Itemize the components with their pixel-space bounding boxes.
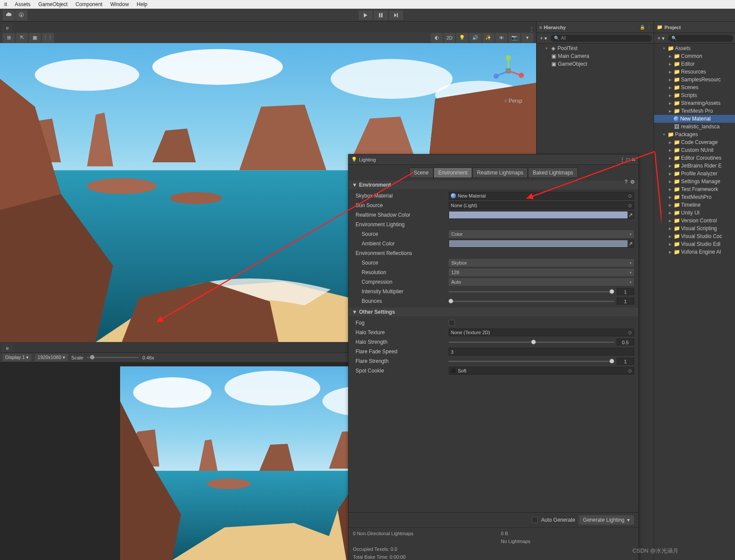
object-picker-icon[interactable]: ⊙ [628, 330, 632, 335]
hierarchy-search[interactable]: 🔍All [550, 35, 652, 42]
menu-component[interactable]: Component [73, 0, 105, 8]
snap-tool-icon[interactable]: ⋮⋮ [42, 33, 54, 43]
halo-texture-field[interactable]: None (Texture 2D)⊙ [449, 329, 634, 336]
skybox-material-field[interactable]: New Material⊙ [449, 192, 634, 200]
hidden-toggle-icon[interactable]: 👁 [495, 33, 507, 43]
fog-checkbox[interactable] [449, 320, 455, 326]
tab-environment[interactable]: Environment [433, 168, 472, 178]
folder-item[interactable]: ▶📁Editor [654, 60, 735, 68]
scale-slider[interactable] [87, 357, 139, 358]
game-tab[interactable]: e [2, 344, 13, 352]
ambient-color-field[interactable]: ↗ [449, 240, 634, 248]
close-icon[interactable]: ✕ [631, 157, 636, 163]
object-picker-icon[interactable]: ⊙ [628, 203, 632, 208]
lighting-header[interactable]: 💡 Lighting ⋮ □ ✕ [349, 154, 638, 165]
folder-item[interactable]: ▶📁Common [654, 52, 735, 60]
shading-mode-icon[interactable]: ◐ [431, 33, 443, 43]
resolution-dropdown[interactable]: 1920x1080 ▾ [35, 354, 68, 361]
panel-options-icon[interactable]: ⋮ [647, 25, 651, 30]
options-icon[interactable]: ⋮ [620, 157, 625, 163]
assets-folder[interactable]: ▼📁Assets [654, 44, 735, 52]
scene-root[interactable]: ▼◈PoolTest [537, 44, 654, 52]
folder-item[interactable]: ▶📁Custom NUnit [654, 146, 735, 154]
panel-lock-icon[interactable]: 🔒 [640, 25, 645, 30]
section-environment[interactable]: ▼ Environment [349, 181, 638, 189]
hierarchy-item[interactable]: ▣Main Camera [537, 52, 654, 60]
fx-toggle-icon[interactable]: ✨ [482, 33, 494, 43]
folder-item[interactable]: ▶📁Resources [654, 68, 735, 76]
er-source-dropdown[interactable]: Skybox [449, 259, 634, 267]
pause-button[interactable] [374, 10, 388, 20]
generate-lighting-button[interactable]: Generate Lighting▾ [579, 515, 634, 525]
auto-generate-checkbox[interactable] [532, 517, 538, 523]
gizmos-icon[interactable]: ▾ [521, 33, 534, 43]
folder-item[interactable]: ▶📁StreamingAssets [654, 99, 735, 107]
settings-icon[interactable] [15, 10, 27, 20]
pivot-tool[interactable]: ⊞ [3, 33, 15, 43]
folder-item[interactable]: ▶📁Settings Manage [654, 178, 735, 185]
project-search[interactable]: 🔍 [668, 35, 733, 42]
folder-item[interactable]: ▶📁TextMesh Pro [654, 107, 735, 115]
cloud-icon[interactable] [3, 10, 15, 20]
scene-options-icon[interactable]: ⋮ [527, 26, 536, 32]
menu-gameobject[interactable]: GameObject [36, 0, 70, 8]
flare-strength-slider[interactable]: 1 [449, 358, 634, 365]
spot-cookie-field[interactable]: Soft⊙ [449, 367, 634, 375]
tab-baked-lightmaps[interactable]: Baked Lightmaps [528, 168, 578, 178]
tab-scene[interactable]: Scene [409, 168, 433, 178]
step-button[interactable] [389, 10, 403, 20]
folder-item[interactable]: ▶📁Code Coverage [654, 138, 735, 146]
help-icon[interactable]: ? [624, 179, 628, 185]
folder-item[interactable]: ▶📁Editor Coroutines [654, 154, 735, 162]
menu-window[interactable]: Window [107, 0, 131, 8]
object-picker-icon[interactable]: ⊙ [628, 193, 632, 199]
handle-tool[interactable]: ⇱ [16, 33, 28, 43]
folder-item[interactable]: ▶📁Scenes [654, 84, 735, 91]
menu-edit[interactable]: it [2, 0, 10, 8]
grid-tool-icon[interactable]: ▦ [29, 33, 41, 43]
folder-item[interactable]: ▶📁Visual Studio Coc [654, 232, 735, 240]
folder-item[interactable]: ▶📁Visual Scripting [654, 225, 735, 232]
folder-item[interactable]: ▶📁SamplesResourc [654, 76, 735, 84]
folder-item[interactable]: ▶📁Profile Analyzer [654, 170, 735, 178]
create-button[interactable]: + ▾ [538, 34, 549, 42]
bounces-slider[interactable]: 1 [449, 298, 634, 305]
2d-toggle[interactable]: 2D [444, 33, 455, 43]
folder-item[interactable]: ▶📁Unity UI [654, 209, 735, 217]
display-dropdown[interactable]: Display 1 ▾ [3, 354, 31, 361]
lighting-toggle-icon[interactable]: 💡 [456, 33, 468, 43]
create-asset-button[interactable]: + ▾ [656, 34, 666, 42]
scene-gizmo[interactable] [491, 54, 526, 88]
persp-label[interactable]: ≡ Persp [504, 98, 522, 104]
realtime-shadow-color-field[interactable]: ↗ [449, 211, 634, 219]
sun-source-field[interactable]: None (Light)⊙ [449, 201, 634, 209]
new-material-asset[interactable]: New Material [654, 115, 735, 123]
image-asset[interactable]: 🖼realistic_landsca [654, 123, 735, 131]
folder-item[interactable]: ▶📁Timeline [654, 201, 735, 209]
maximize-icon[interactable]: □ [627, 157, 630, 163]
section-other-settings[interactable]: ▼ Other Settings [349, 308, 638, 316]
packages-folder[interactable]: ▼📁Packages [654, 131, 735, 138]
play-button[interactable] [359, 10, 373, 20]
folder-item[interactable]: ▶📁JetBrains Rider E [654, 162, 735, 170]
flare-fade-field[interactable]: 3 [449, 348, 634, 355]
folder-item[interactable]: ▶📁Vuforia Engine Al [654, 248, 735, 256]
compression-dropdown[interactable]: Auto [449, 278, 634, 286]
hierarchy-item[interactable]: ▣GameObject [537, 60, 654, 68]
menu-assets[interactable]: Assets [12, 0, 33, 8]
object-picker-icon[interactable]: ⊙ [628, 368, 632, 374]
intensity-slider[interactable]: 1 [449, 288, 634, 295]
camera-icon[interactable]: 📷 [508, 33, 520, 43]
folder-item[interactable]: ▶📁Test Framework [654, 185, 735, 193]
tab-realtime-lightmaps[interactable]: Realtime Lightmaps [472, 168, 528, 178]
folder-item[interactable]: ▶📁TextMeshPro [654, 193, 735, 201]
resolution-dropdown[interactable]: 128 [449, 268, 634, 276]
folder-item[interactable]: ▶📁Version Control [654, 217, 735, 225]
folder-item[interactable]: ▶📁Visual Studio Edi [654, 240, 735, 248]
gear-icon[interactable]: ⚙ [630, 179, 635, 185]
audio-toggle-icon[interactable]: 🔊 [469, 33, 481, 43]
scene-tab[interactable]: e [2, 23, 13, 32]
folder-item[interactable]: ▶📁Scripts [654, 91, 735, 99]
menu-help[interactable]: Help [134, 0, 150, 8]
el-source-dropdown[interactable]: Color [449, 230, 634, 238]
